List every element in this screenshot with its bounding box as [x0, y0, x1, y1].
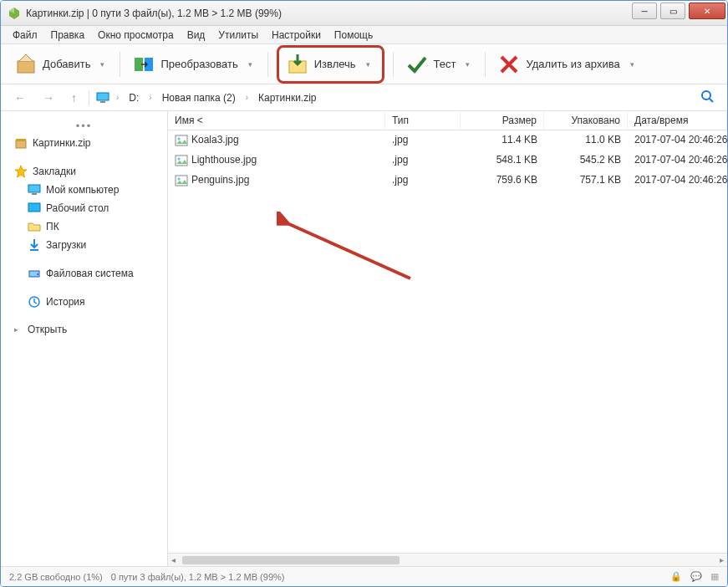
file-name: Lighthouse.jpg — [191, 154, 257, 166]
add-icon — [14, 53, 38, 76]
image-file-icon — [175, 174, 188, 187]
svg-rect-12 — [28, 203, 40, 212]
file-row[interactable]: Koala3.jpg .jpg 11.4 KB 11.0 KB 2017-07-… — [168, 130, 727, 151]
sidebar-filesystem-label: Файловая система — [46, 268, 134, 279]
scroll-left-icon[interactable]: ◂ — [168, 555, 179, 564]
sidebar-open[interactable]: ▸ Открыть — [1, 321, 167, 338]
file-name: Penguins.jpg — [191, 174, 249, 186]
breadcrumb-archive[interactable]: Картинки.zip — [255, 90, 320, 105]
menu-file[interactable]: Файл — [6, 28, 44, 43]
scrollbar-thumb[interactable] — [182, 556, 400, 564]
chevron-right-icon[interactable]: ▸ — [14, 325, 23, 334]
file-size: 548.1 KB — [461, 152, 544, 169]
sidebar-mycomputer[interactable]: Мой компьютер — [1, 181, 167, 199]
column-name[interactable]: Имя < — [168, 111, 385, 130]
folder-icon — [28, 220, 41, 233]
nav-up-button[interactable]: ↑ — [66, 89, 82, 106]
view-icon[interactable]: ▦ — [710, 571, 719, 582]
delete-label: Удалить из архива — [526, 58, 619, 70]
convert-button[interactable]: Преобразовать ▾ — [129, 49, 258, 79]
breadcrumb-folder[interactable]: Новая папка (2) — [159, 90, 239, 105]
nav-back-button[interactable]: ← — [9, 89, 31, 106]
menu-view-window[interactable]: Окно просмотра — [91, 28, 181, 43]
drive-icon — [28, 267, 41, 280]
sidebar-open-label: Открыть — [28, 324, 67, 335]
horizontal-scrollbar[interactable]: ◂ ▸ — [168, 553, 727, 566]
menu-help[interactable]: Помощь — [328, 28, 379, 43]
app-icon — [8, 7, 21, 20]
sidebar-bookmarks[interactable]: Закладки — [1, 162, 167, 181]
chevron-right-icon[interactable]: › — [149, 93, 151, 102]
svg-line-7 — [710, 99, 713, 102]
chevron-down-icon[interactable]: ▾ — [363, 60, 374, 69]
svg-rect-4 — [97, 93, 109, 100]
chevron-down-icon[interactable]: ▾ — [462, 60, 473, 69]
monitor-icon[interactable] — [96, 91, 109, 105]
desktop-icon — [28, 202, 41, 215]
toolbar-separator — [267, 52, 268, 77]
menu-view[interactable]: Вид — [181, 28, 212, 43]
extract-icon — [286, 53, 309, 76]
maximize-button[interactable]: ▭ — [660, 3, 685, 19]
svg-rect-5 — [100, 101, 105, 103]
scroll-right-icon[interactable]: ▸ — [716, 555, 727, 564]
column-type[interactable]: Тип — [385, 111, 461, 130]
add-button[interactable]: Добавить ▾ — [11, 49, 111, 79]
content-area: ••• Картинки.zip Закладки Мой компьютер … — [1, 111, 727, 566]
file-list: Имя < Тип Размер Упаковано Дата/время Ko… — [168, 111, 727, 566]
file-size: 11.4 KB — [461, 132, 544, 149]
chevron-down-icon[interactable]: ▾ — [245, 60, 256, 69]
test-button[interactable]: Тест ▾ — [402, 49, 477, 79]
chevron-down-icon[interactable]: ▾ — [627, 60, 638, 69]
breadcrumb-drive[interactable]: D: — [125, 90, 142, 105]
status-selection: 0 пути 3 файл(ы), 1.2 MB > 1.2 MB (99%) — [111, 572, 285, 582]
sidebar-more-button[interactable]: ••• — [1, 118, 167, 134]
file-size: 759.6 KB — [461, 172, 544, 189]
svg-rect-9 — [16, 139, 26, 141]
sidebar-archive[interactable]: Картинки.zip — [1, 134, 167, 152]
column-date[interactable]: Дата/время — [628, 111, 727, 130]
sidebar-filesystem[interactable]: Файловая система — [1, 264, 167, 283]
sidebar-desktop[interactable]: Рабочий стол — [1, 199, 167, 217]
sidebar-downloads-label: Загрузки — [46, 239, 86, 251]
delete-button[interactable]: Удалить из архива ▾ — [494, 49, 640, 79]
toolbar-separator — [393, 52, 394, 77]
chevron-down-icon[interactable]: ▾ — [97, 60, 108, 69]
minimize-button[interactable]: ─ — [632, 3, 657, 19]
sidebar-history[interactable]: История — [1, 293, 167, 311]
titlebar: Картинки.zip | 0 пути 3 файл(ы), 1.2 MB … — [1, 1, 727, 26]
convert-label: Преобразовать — [160, 58, 237, 70]
svg-rect-21 — [176, 176, 187, 186]
add-label: Добавить — [43, 58, 90, 70]
close-button[interactable]: ✕ — [689, 3, 725, 19]
file-date: 2017-07-04 20:46:26 — [628, 172, 727, 189]
file-row[interactable]: Penguins.jpg .jpg 759.6 KB 757.1 KB 2017… — [168, 171, 727, 191]
menu-utilities[interactable]: Утилиты — [211, 28, 265, 43]
menu-settings[interactable]: Настройки — [265, 28, 328, 43]
menu-edit[interactable]: Правка — [44, 28, 92, 43]
search-icon[interactable] — [695, 88, 719, 108]
chevron-right-icon[interactable]: › — [246, 93, 248, 102]
svg-point-6 — [702, 91, 710, 100]
nav-forward-button[interactable]: → — [38, 89, 59, 106]
file-row[interactable]: Lighthouse.jpg .jpg 548.1 KB 545.2 KB 20… — [168, 151, 727, 171]
star-icon — [14, 165, 28, 178]
comment-icon[interactable]: 💬 — [690, 571, 702, 582]
sidebar-downloads[interactable]: Загрузки — [1, 236, 167, 254]
sidebar-history-label: История — [46, 296, 85, 308]
svg-rect-17 — [176, 135, 187, 145]
svg-rect-19 — [176, 156, 187, 166]
status-icons: 🔒 💬 ▦ — [670, 571, 719, 582]
clock-icon — [28, 295, 41, 309]
sidebar-pc[interactable]: ПК — [1, 217, 167, 236]
extract-button[interactable]: Извлечь ▾ — [283, 49, 377, 79]
sidebar-pc-label: ПК — [46, 221, 59, 232]
column-size[interactable]: Размер — [461, 111, 544, 130]
column-packed[interactable]: Упаковано — [544, 111, 628, 130]
chevron-right-icon[interactable]: › — [116, 93, 119, 102]
column-headers: Имя < Тип Размер Упаковано Дата/время — [168, 111, 727, 130]
file-type: .jpg — [385, 132, 461, 149]
lock-icon[interactable]: 🔒 — [670, 571, 682, 582]
sidebar-bookmarks-label: Закладки — [33, 166, 76, 177]
file-type: .jpg — [385, 152, 461, 169]
